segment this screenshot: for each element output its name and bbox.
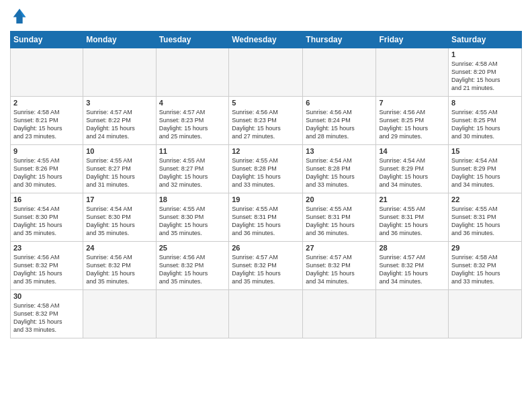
week-row-2: 2Sunrise: 4:58 AM Sunset: 8:21 PM Daylig… bbox=[11, 97, 522, 145]
day-number: 28 bbox=[379, 244, 445, 252]
day-info: Sunrise: 4:55 AM Sunset: 8:26 PM Dayligh… bbox=[13, 156, 80, 189]
day-number: 7 bbox=[379, 99, 445, 107]
week-row-4: 16Sunrise: 4:54 AM Sunset: 8:30 PM Dayli… bbox=[11, 193, 522, 242]
day-info: Sunrise: 4:55 AM Sunset: 8:28 PM Dayligh… bbox=[232, 156, 300, 189]
day-info: Sunrise: 4:55 AM Sunset: 8:31 PM Dayligh… bbox=[379, 205, 445, 238]
day-number: 18 bbox=[159, 195, 226, 203]
day-number: 9 bbox=[13, 147, 80, 155]
calendar-cell bbox=[449, 290, 522, 338]
calendar-cell: 7Sunrise: 4:56 AM Sunset: 8:25 PM Daylig… bbox=[376, 97, 449, 145]
calendar-cell: 1Sunrise: 4:58 AM Sunset: 8:20 PM Daylig… bbox=[449, 48, 522, 97]
day-info: Sunrise: 4:56 AM Sunset: 8:32 PM Dayligh… bbox=[159, 253, 226, 286]
day-info: Sunrise: 4:58 AM Sunset: 8:20 PM Dayligh… bbox=[451, 60, 519, 93]
day-info: Sunrise: 4:54 AM Sunset: 8:28 PM Dayligh… bbox=[306, 156, 373, 189]
weekday-header-saturday: Saturday bbox=[449, 32, 522, 48]
day-info: Sunrise: 4:57 AM Sunset: 8:23 PM Dayligh… bbox=[159, 108, 226, 141]
calendar-cell: 5Sunrise: 4:56 AM Sunset: 8:23 PM Daylig… bbox=[229, 97, 303, 145]
day-info: Sunrise: 4:56 AM Sunset: 8:23 PM Dayligh… bbox=[232, 108, 300, 141]
weekday-header-row: SundayMondayTuesdayWednesdayThursdayFrid… bbox=[11, 32, 522, 48]
calendar-cell bbox=[376, 48, 449, 97]
day-number: 12 bbox=[232, 147, 300, 155]
calendar-cell bbox=[156, 48, 229, 97]
day-info: Sunrise: 4:56 AM Sunset: 8:32 PM Dayligh… bbox=[86, 253, 152, 286]
day-number: 4 bbox=[159, 99, 226, 107]
calendar-table: SundayMondayTuesdayWednesdayThursdayFrid… bbox=[10, 31, 522, 338]
calendar-cell: 23Sunrise: 4:56 AM Sunset: 8:32 PM Dayli… bbox=[11, 242, 83, 290]
day-number: 22 bbox=[451, 195, 519, 203]
calendar-cell: 17Sunrise: 4:54 AM Sunset: 8:30 PM Dayli… bbox=[83, 193, 156, 242]
day-number: 17 bbox=[86, 195, 152, 203]
calendar-cell: 28Sunrise: 4:57 AM Sunset: 8:32 PM Dayli… bbox=[376, 242, 449, 290]
day-number: 14 bbox=[379, 147, 445, 155]
day-info: Sunrise: 4:55 AM Sunset: 8:31 PM Dayligh… bbox=[232, 205, 300, 238]
logo bbox=[10, 7, 32, 26]
day-info: Sunrise: 4:54 AM Sunset: 8:30 PM Dayligh… bbox=[86, 205, 152, 238]
day-number: 13 bbox=[306, 147, 373, 155]
day-number: 3 bbox=[86, 99, 152, 107]
week-row-1: 1Sunrise: 4:58 AM Sunset: 8:20 PM Daylig… bbox=[11, 48, 522, 97]
day-info: Sunrise: 4:55 AM Sunset: 8:25 PM Dayligh… bbox=[451, 108, 519, 141]
page-header bbox=[10, 7, 522, 26]
day-info: Sunrise: 4:58 AM Sunset: 8:32 PM Dayligh… bbox=[451, 253, 519, 286]
calendar-cell: 13Sunrise: 4:54 AM Sunset: 8:28 PM Dayli… bbox=[303, 145, 376, 193]
calendar-cell bbox=[303, 48, 376, 97]
weekday-header-friday: Friday bbox=[376, 32, 449, 48]
day-number: 6 bbox=[306, 99, 373, 107]
day-info: Sunrise: 4:57 AM Sunset: 8:32 PM Dayligh… bbox=[232, 253, 300, 286]
calendar-cell: 9Sunrise: 4:55 AM Sunset: 8:26 PM Daylig… bbox=[11, 145, 83, 193]
calendar-cell: 15Sunrise: 4:54 AM Sunset: 8:29 PM Dayli… bbox=[449, 145, 522, 193]
calendar-cell bbox=[229, 290, 303, 338]
day-info: Sunrise: 4:57 AM Sunset: 8:32 PM Dayligh… bbox=[306, 253, 373, 286]
day-number: 24 bbox=[86, 244, 152, 252]
day-number: 21 bbox=[379, 195, 445, 203]
day-info: Sunrise: 4:55 AM Sunset: 8:31 PM Dayligh… bbox=[306, 205, 373, 238]
day-number: 29 bbox=[451, 244, 519, 252]
calendar-cell: 18Sunrise: 4:55 AM Sunset: 8:30 PM Dayli… bbox=[156, 193, 229, 242]
day-info: Sunrise: 4:54 AM Sunset: 8:30 PM Dayligh… bbox=[13, 205, 80, 238]
week-row-5: 23Sunrise: 4:56 AM Sunset: 8:32 PM Dayli… bbox=[11, 242, 522, 290]
calendar-cell bbox=[156, 290, 229, 338]
calendar-cell: 26Sunrise: 4:57 AM Sunset: 8:32 PM Dayli… bbox=[229, 242, 303, 290]
calendar-cell: 12Sunrise: 4:55 AM Sunset: 8:28 PM Dayli… bbox=[229, 145, 303, 193]
day-number: 15 bbox=[451, 147, 519, 155]
week-row-6: 30Sunrise: 4:58 AM Sunset: 8:32 PM Dayli… bbox=[11, 290, 522, 338]
calendar-cell: 14Sunrise: 4:54 AM Sunset: 8:29 PM Dayli… bbox=[376, 145, 449, 193]
weekday-header-tuesday: Tuesday bbox=[156, 32, 229, 48]
calendar-cell: 2Sunrise: 4:58 AM Sunset: 8:21 PM Daylig… bbox=[11, 97, 83, 145]
day-number: 20 bbox=[306, 195, 373, 203]
day-number: 11 bbox=[159, 147, 226, 155]
day-info: Sunrise: 4:56 AM Sunset: 8:24 PM Dayligh… bbox=[306, 108, 373, 141]
day-number: 27 bbox=[306, 244, 373, 252]
day-number: 1 bbox=[451, 50, 519, 58]
calendar-cell: 8Sunrise: 4:55 AM Sunset: 8:25 PM Daylig… bbox=[449, 97, 522, 145]
day-number: 25 bbox=[159, 244, 226, 252]
calendar-cell: 22Sunrise: 4:55 AM Sunset: 8:31 PM Dayli… bbox=[449, 193, 522, 242]
day-number: 16 bbox=[13, 195, 80, 203]
weekday-header-monday: Monday bbox=[83, 32, 156, 48]
weekday-header-thursday: Thursday bbox=[303, 32, 376, 48]
calendar-cell bbox=[11, 48, 83, 97]
weekday-header-sunday: Sunday bbox=[11, 32, 83, 48]
calendar-cell: 19Sunrise: 4:55 AM Sunset: 8:31 PM Dayli… bbox=[229, 193, 303, 242]
day-info: Sunrise: 4:55 AM Sunset: 8:31 PM Dayligh… bbox=[451, 205, 519, 238]
calendar-cell: 6Sunrise: 4:56 AM Sunset: 8:24 PM Daylig… bbox=[303, 97, 376, 145]
calendar-cell: 24Sunrise: 4:56 AM Sunset: 8:32 PM Dayli… bbox=[83, 242, 156, 290]
day-number: 30 bbox=[13, 292, 80, 300]
day-number: 2 bbox=[13, 99, 80, 107]
day-info: Sunrise: 4:54 AM Sunset: 8:29 PM Dayligh… bbox=[379, 156, 445, 189]
calendar-cell: 3Sunrise: 4:57 AM Sunset: 8:22 PM Daylig… bbox=[83, 97, 156, 145]
day-number: 8 bbox=[451, 99, 519, 107]
day-info: Sunrise: 4:57 AM Sunset: 8:22 PM Dayligh… bbox=[86, 108, 152, 141]
calendar-cell: 4Sunrise: 4:57 AM Sunset: 8:23 PM Daylig… bbox=[156, 97, 229, 145]
calendar-cell: 21Sunrise: 4:55 AM Sunset: 8:31 PM Dayli… bbox=[376, 193, 449, 242]
calendar-cell: 20Sunrise: 4:55 AM Sunset: 8:31 PM Dayli… bbox=[303, 193, 376, 242]
logo-icon bbox=[10, 7, 29, 26]
calendar-cell: 16Sunrise: 4:54 AM Sunset: 8:30 PM Dayli… bbox=[11, 193, 83, 242]
day-info: Sunrise: 4:58 AM Sunset: 8:21 PM Dayligh… bbox=[13, 108, 80, 141]
calendar-cell: 10Sunrise: 4:55 AM Sunset: 8:27 PM Dayli… bbox=[83, 145, 156, 193]
day-number: 23 bbox=[13, 244, 80, 252]
day-number: 19 bbox=[232, 195, 300, 203]
calendar-cell bbox=[303, 290, 376, 338]
day-number: 10 bbox=[86, 147, 152, 155]
day-info: Sunrise: 4:57 AM Sunset: 8:32 PM Dayligh… bbox=[379, 253, 445, 286]
